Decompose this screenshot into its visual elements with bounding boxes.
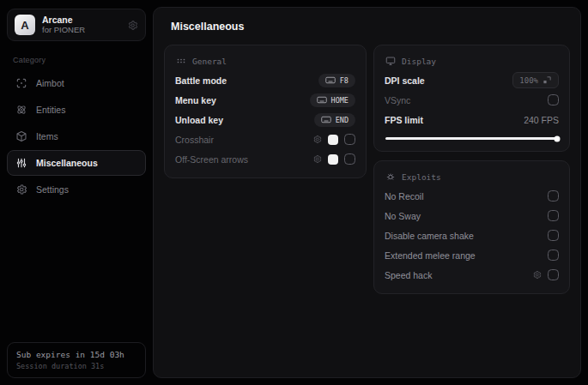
fps-limit-row: FPS limit 240 FPS [385,110,559,129]
disable-camera-shake-checkbox[interactable] [548,230,559,241]
extended-melee-range-label: Extended melee range [385,250,476,261]
vsync-label: VSync [385,95,410,105]
keyboard-icon [321,116,331,123]
sidebar-item-settings[interactable]: Settings [7,177,146,202]
crosshair-label: Crosshair [175,135,214,145]
speed-hack-label: Speed hack [385,270,432,280]
gear-icon[interactable] [127,20,138,31]
extended-melee-range-checkbox[interactable] [548,250,559,261]
main-panel: Miscellaneous General Battle mode [153,7,581,378]
unload-key-row: Unload key END [175,110,355,129]
grid-dots-icon [176,56,186,66]
speed-hack-row: Speed hack [385,265,559,285]
dpi-scale-selector[interactable]: 100% [512,72,559,88]
no-recoil-label: No Recoil [385,191,424,202]
battle-mode-keybind[interactable]: F8 [318,74,355,87]
sidebar-item-label: Items [36,131,58,141]
vsync-checkbox[interactable] [548,94,559,105]
sidebar-item-label: Settings [36,184,69,195]
battle-mode-label: Battle mode [175,75,227,86]
dpi-scale-row: DPI scale 100% [385,70,559,90]
brand-card: A Arcane for PIONER [7,9,146,41]
sidebar-item-label: Aimbot [36,78,64,88]
menu-key-key: HOME [331,96,349,105]
general-header-label: General [192,57,227,66]
display-card: Display DPI scale 100% VSync [373,45,570,152]
brand-subtitle: for PIONER [42,26,85,35]
fps-limit-label: FPS limit [385,115,423,125]
disable-camera-shake-label: Disable camera shake [385,231,474,241]
offscreen-arrows-row: Off-Screen arrows [175,149,355,169]
category-label: Category [13,56,146,64]
battle-mode-key: F8 [340,76,349,85]
unload-key-keybind[interactable]: END [314,113,355,127]
fps-limit-value: 240 FPS [524,115,559,125]
general-card-header: General [176,56,355,66]
display-header-label: Display [402,57,436,66]
exploits-header-label: Exploits [402,172,441,182]
brand-text: Arcane for PIONER [42,15,85,35]
offscreen-arrows-label: Off-Screen arrows [175,154,248,165]
no-sway-row: No Sway [385,206,559,226]
page-title: Miscellaneous [171,21,570,33]
menu-key-keybind[interactable]: HOME [310,93,355,107]
brand-logo: A [15,15,35,35]
speed-hack-checkbox[interactable] [548,269,559,280]
display-card-header: Display [385,56,559,66]
sidebar-spacer [7,203,146,342]
gear-icon[interactable] [532,270,542,280]
crosshair-color-swatch[interactable] [328,135,338,145]
monitor-icon [385,56,396,66]
session-duration-text: Session duration 31s [16,362,136,370]
keyboard-icon [325,76,336,84]
sidebar-item-entities[interactable]: Entities [7,97,146,123]
exploits-card: Exploits No Recoil No Sway Disable camer… [373,160,570,294]
no-recoil-checkbox[interactable] [548,190,559,202]
disable-camera-shake-row: Disable camera shake [385,226,559,245]
gear-icon[interactable] [312,154,322,164]
sidebar-item-label: Miscellaneous [36,158,98,168]
slider-thumb[interactable] [555,135,561,141]
dpi-scale-label: DPI scale [385,75,425,86]
unload-key-label: Unload key [175,115,223,125]
menu-key-row: Menu key HOME [175,90,355,110]
crosshair-row: Crosshair [175,129,355,149]
sub-expiry-text: Sub expires in 15d 03h [16,350,136,359]
brand-title: Arcane [42,15,85,25]
no-sway-checkbox[interactable] [548,210,559,221]
sidebar-item-label: Entities [36,105,65,115]
scale-icon [543,75,552,85]
crosshair-scan-icon [15,77,27,89]
sidebar: A Arcane for PIONER Category Aimbot Enti… [0,0,151,385]
gear-icon [15,183,27,196]
menu-key-label: Menu key [175,95,216,105]
crosshair-checkbox[interactable] [344,134,355,145]
unload-key-key: END [336,116,349,124]
sidebar-item-miscellaneous[interactable]: Miscellaneous [7,150,146,176]
sidebar-item-aimbot[interactable]: Aimbot [7,70,146,96]
no-sway-label: No Sway [385,211,421,221]
extended-melee-range-row: Extended melee range [385,245,559,265]
vsync-row: VSync [385,90,559,110]
dpi-scale-value: 100% [519,76,538,85]
atom-icon [15,104,27,116]
general-card: General Battle mode F8 Menu key [164,45,367,178]
gear-icon[interactable] [312,135,322,144]
keyboard-icon [317,96,327,104]
box-icon [15,130,27,142]
exploits-card-header: Exploits [385,171,559,182]
no-recoil-row: No Recoil [385,186,559,206]
battle-mode-row: Battle mode F8 [175,70,355,90]
offscreen-arrows-checkbox[interactable] [344,153,355,165]
subscription-info-card: Sub expires in 15d 03h Session duration … [7,342,146,378]
fps-limit-slider[interactable] [385,137,558,140]
sidebar-item-items[interactable]: Items [7,123,146,149]
sliders-icon [15,157,27,169]
offscreen-arrows-color-swatch[interactable] [328,154,338,165]
bug-icon [385,171,396,182]
